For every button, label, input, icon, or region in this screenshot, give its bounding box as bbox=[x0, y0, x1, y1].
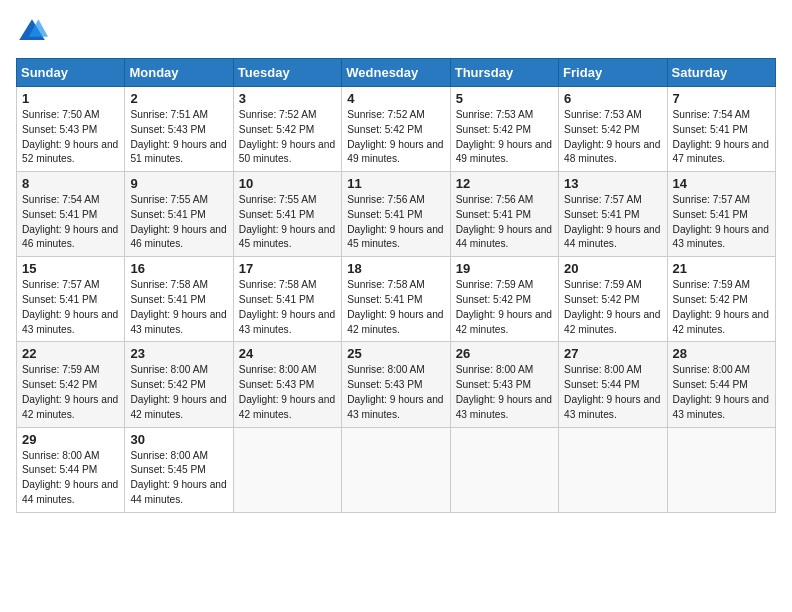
day-number: 23 bbox=[130, 346, 227, 361]
daylight-label: Daylight: 9 hours and 42 minutes. bbox=[456, 309, 552, 335]
day-info: Sunrise: 8:00 AMSunset: 5:43 PMDaylight:… bbox=[239, 363, 336, 422]
day-number: 2 bbox=[130, 91, 227, 106]
day-number: 25 bbox=[347, 346, 444, 361]
day-info: Sunrise: 8:00 AMSunset: 5:45 PMDaylight:… bbox=[130, 449, 227, 508]
day-number: 20 bbox=[564, 261, 661, 276]
header-day-saturday: Saturday bbox=[667, 59, 775, 87]
day-info: Sunrise: 7:56 AMSunset: 5:41 PMDaylight:… bbox=[347, 193, 444, 252]
sunrise-label: Sunrise: 7:52 AM bbox=[239, 109, 317, 120]
daylight-label: Daylight: 9 hours and 45 minutes. bbox=[347, 224, 443, 250]
sunrise-label: Sunrise: 7:55 AM bbox=[130, 194, 208, 205]
daylight-label: Daylight: 9 hours and 44 minutes. bbox=[22, 479, 118, 505]
sunset-label: Sunset: 5:42 PM bbox=[456, 124, 531, 135]
daylight-label: Daylight: 9 hours and 44 minutes. bbox=[456, 224, 552, 250]
sunrise-label: Sunrise: 8:00 AM bbox=[564, 364, 642, 375]
empty-cell bbox=[559, 427, 667, 512]
day-info: Sunrise: 7:57 AMSunset: 5:41 PMDaylight:… bbox=[564, 193, 661, 252]
day-cell-20: 20Sunrise: 7:59 AMSunset: 5:42 PMDayligh… bbox=[559, 257, 667, 342]
daylight-label: Daylight: 9 hours and 46 minutes. bbox=[130, 224, 226, 250]
day-number: 24 bbox=[239, 346, 336, 361]
daylight-label: Daylight: 9 hours and 49 minutes. bbox=[456, 139, 552, 165]
sunset-label: Sunset: 5:44 PM bbox=[564, 379, 639, 390]
day-cell-4: 4Sunrise: 7:52 AMSunset: 5:42 PMDaylight… bbox=[342, 87, 450, 172]
sunrise-label: Sunrise: 7:51 AM bbox=[130, 109, 208, 120]
daylight-label: Daylight: 9 hours and 43 minutes. bbox=[130, 309, 226, 335]
sunset-label: Sunset: 5:41 PM bbox=[347, 294, 422, 305]
day-cell-5: 5Sunrise: 7:53 AMSunset: 5:42 PMDaylight… bbox=[450, 87, 558, 172]
sunset-label: Sunset: 5:41 PM bbox=[239, 209, 314, 220]
daylight-label: Daylight: 9 hours and 42 minutes. bbox=[564, 309, 660, 335]
sunset-label: Sunset: 5:44 PM bbox=[22, 464, 97, 475]
sunrise-label: Sunrise: 8:00 AM bbox=[456, 364, 534, 375]
day-cell-22: 22Sunrise: 7:59 AMSunset: 5:42 PMDayligh… bbox=[17, 342, 125, 427]
sunrise-label: Sunrise: 7:59 AM bbox=[673, 279, 751, 290]
day-cell-30: 30Sunrise: 8:00 AMSunset: 5:45 PMDayligh… bbox=[125, 427, 233, 512]
day-info: Sunrise: 7:57 AMSunset: 5:41 PMDaylight:… bbox=[673, 193, 770, 252]
sunset-label: Sunset: 5:41 PM bbox=[130, 209, 205, 220]
day-number: 18 bbox=[347, 261, 444, 276]
day-number: 28 bbox=[673, 346, 770, 361]
sunrise-label: Sunrise: 7:50 AM bbox=[22, 109, 100, 120]
day-number: 15 bbox=[22, 261, 119, 276]
sunset-label: Sunset: 5:41 PM bbox=[673, 124, 748, 135]
header-day-monday: Monday bbox=[125, 59, 233, 87]
sunset-label: Sunset: 5:42 PM bbox=[673, 294, 748, 305]
sunset-label: Sunset: 5:41 PM bbox=[239, 294, 314, 305]
sunrise-label: Sunrise: 7:57 AM bbox=[564, 194, 642, 205]
sunset-label: Sunset: 5:42 PM bbox=[456, 294, 531, 305]
day-cell-3: 3Sunrise: 7:52 AMSunset: 5:42 PMDaylight… bbox=[233, 87, 341, 172]
calendar-week-5: 29Sunrise: 8:00 AMSunset: 5:44 PMDayligh… bbox=[17, 427, 776, 512]
sunrise-label: Sunrise: 7:58 AM bbox=[130, 279, 208, 290]
daylight-label: Daylight: 9 hours and 43 minutes. bbox=[673, 224, 769, 250]
sunrise-label: Sunrise: 8:00 AM bbox=[673, 364, 751, 375]
sunrise-label: Sunrise: 7:58 AM bbox=[239, 279, 317, 290]
day-number: 16 bbox=[130, 261, 227, 276]
daylight-label: Daylight: 9 hours and 44 minutes. bbox=[564, 224, 660, 250]
sunrise-label: Sunrise: 7:53 AM bbox=[564, 109, 642, 120]
day-info: Sunrise: 7:50 AMSunset: 5:43 PMDaylight:… bbox=[22, 108, 119, 167]
daylight-label: Daylight: 9 hours and 42 minutes. bbox=[22, 394, 118, 420]
daylight-label: Daylight: 9 hours and 46 minutes. bbox=[22, 224, 118, 250]
sunset-label: Sunset: 5:45 PM bbox=[130, 464, 205, 475]
header-day-wednesday: Wednesday bbox=[342, 59, 450, 87]
day-number: 26 bbox=[456, 346, 553, 361]
daylight-label: Daylight: 9 hours and 52 minutes. bbox=[22, 139, 118, 165]
sunrise-label: Sunrise: 7:59 AM bbox=[22, 364, 100, 375]
sunrise-label: Sunrise: 7:57 AM bbox=[22, 279, 100, 290]
daylight-label: Daylight: 9 hours and 43 minutes. bbox=[456, 394, 552, 420]
day-cell-24: 24Sunrise: 8:00 AMSunset: 5:43 PMDayligh… bbox=[233, 342, 341, 427]
day-number: 4 bbox=[347, 91, 444, 106]
sunset-label: Sunset: 5:41 PM bbox=[564, 209, 639, 220]
header-day-sunday: Sunday bbox=[17, 59, 125, 87]
day-cell-17: 17Sunrise: 7:58 AMSunset: 5:41 PMDayligh… bbox=[233, 257, 341, 342]
sunset-label: Sunset: 5:43 PM bbox=[22, 124, 97, 135]
day-cell-15: 15Sunrise: 7:57 AMSunset: 5:41 PMDayligh… bbox=[17, 257, 125, 342]
calendar-week-4: 22Sunrise: 7:59 AMSunset: 5:42 PMDayligh… bbox=[17, 342, 776, 427]
day-cell-27: 27Sunrise: 8:00 AMSunset: 5:44 PMDayligh… bbox=[559, 342, 667, 427]
sunset-label: Sunset: 5:42 PM bbox=[347, 124, 422, 135]
page-header bbox=[16, 16, 776, 48]
daylight-label: Daylight: 9 hours and 43 minutes. bbox=[673, 394, 769, 420]
day-number: 22 bbox=[22, 346, 119, 361]
day-info: Sunrise: 7:58 AMSunset: 5:41 PMDaylight:… bbox=[239, 278, 336, 337]
sunset-label: Sunset: 5:43 PM bbox=[239, 379, 314, 390]
sunrise-label: Sunrise: 8:00 AM bbox=[130, 450, 208, 461]
day-cell-6: 6Sunrise: 7:53 AMSunset: 5:42 PMDaylight… bbox=[559, 87, 667, 172]
day-cell-8: 8Sunrise: 7:54 AMSunset: 5:41 PMDaylight… bbox=[17, 172, 125, 257]
day-cell-9: 9Sunrise: 7:55 AMSunset: 5:41 PMDaylight… bbox=[125, 172, 233, 257]
day-cell-1: 1Sunrise: 7:50 AMSunset: 5:43 PMDaylight… bbox=[17, 87, 125, 172]
day-info: Sunrise: 8:00 AMSunset: 5:43 PMDaylight:… bbox=[347, 363, 444, 422]
sunrise-label: Sunrise: 7:55 AM bbox=[239, 194, 317, 205]
sunset-label: Sunset: 5:41 PM bbox=[130, 294, 205, 305]
day-info: Sunrise: 7:59 AMSunset: 5:42 PMDaylight:… bbox=[22, 363, 119, 422]
day-number: 14 bbox=[673, 176, 770, 191]
day-info: Sunrise: 7:58 AMSunset: 5:41 PMDaylight:… bbox=[130, 278, 227, 337]
day-info: Sunrise: 7:54 AMSunset: 5:41 PMDaylight:… bbox=[22, 193, 119, 252]
sunrise-label: Sunrise: 7:56 AM bbox=[456, 194, 534, 205]
day-cell-2: 2Sunrise: 7:51 AMSunset: 5:43 PMDaylight… bbox=[125, 87, 233, 172]
day-info: Sunrise: 7:56 AMSunset: 5:41 PMDaylight:… bbox=[456, 193, 553, 252]
day-info: Sunrise: 7:59 AMSunset: 5:42 PMDaylight:… bbox=[673, 278, 770, 337]
sunrise-label: Sunrise: 7:59 AM bbox=[456, 279, 534, 290]
day-number: 11 bbox=[347, 176, 444, 191]
day-cell-7: 7Sunrise: 7:54 AMSunset: 5:41 PMDaylight… bbox=[667, 87, 775, 172]
